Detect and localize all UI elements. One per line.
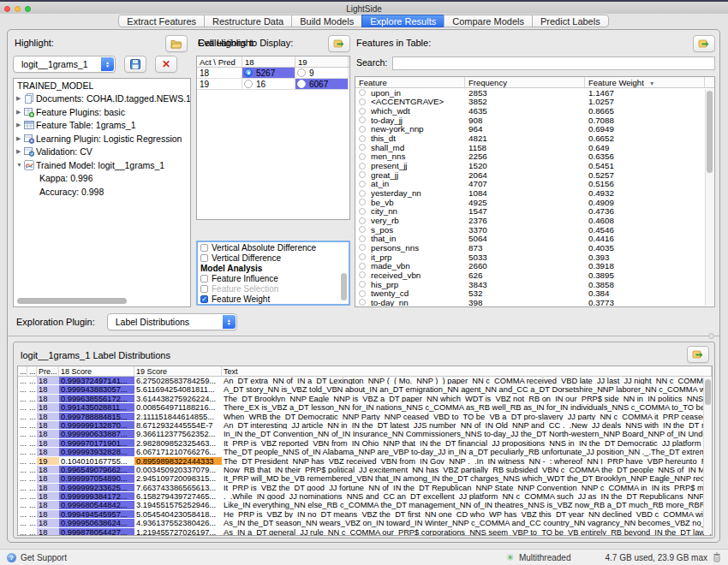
features-scrollbar-track[interactable] xyxy=(705,89,713,306)
column-header-feature[interactable]: Feature xyxy=(355,77,465,87)
feature-select-circle-icon[interactable] xyxy=(359,281,366,288)
radio-unselected-icon[interactable] xyxy=(297,68,306,77)
distribution-row[interactable]: ......180.999943883057...5.6116942540818… xyxy=(18,385,712,394)
tab-restructure-data[interactable]: Restructure Data xyxy=(204,15,292,27)
radio-unselected-icon[interactable] xyxy=(244,80,253,88)
feature-row[interactable]: be_vb49250.4909 xyxy=(355,198,714,207)
search-input[interactable] xyxy=(392,56,715,70)
distribution-row[interactable]: ......180.999638556172...3.6144382759262… xyxy=(18,395,712,403)
feature-select-circle-icon[interactable] xyxy=(359,126,366,133)
feature-select-circle-icon[interactable] xyxy=(359,263,366,270)
chevron-right-icon[interactable]: ▶ xyxy=(16,109,24,116)
tree-item[interactable]: ▶Documents: COHA.ID.tagged.NEWS.1 xyxy=(14,92,190,106)
tab-extract-features[interactable]: Extract Features xyxy=(118,15,205,27)
column-header-feature-weight[interactable]: Feature Weight▼ xyxy=(585,77,705,87)
matrix-cell-19-18[interactable]: 16 xyxy=(242,79,295,90)
tab-predict-labels[interactable]: Predict Labels xyxy=(532,15,609,27)
column-header-18-score[interactable]: 18 Score xyxy=(59,366,134,376)
feature-row[interactable]: received_vbn6260.3895 xyxy=(355,271,714,280)
feature-select-circle-icon[interactable] xyxy=(359,244,366,251)
checkbox-icon[interactable] xyxy=(200,275,208,282)
feature-select-circle-icon[interactable] xyxy=(359,144,366,151)
feature-row[interactable]: great_jj20640.5257 xyxy=(355,170,714,180)
feature-row[interactable]: his_prp38430.3858 xyxy=(355,280,714,289)
feature-select-circle-icon[interactable] xyxy=(359,98,366,105)
column-header-frequency[interactable]: Frequency xyxy=(465,77,585,87)
tree-item[interactable]: ▶Feature Plugins: basic xyxy=(14,105,190,119)
radio-selected-icon[interactable] xyxy=(244,68,253,77)
feature-row[interactable]: men_nns22560.6356 xyxy=(355,152,714,162)
feature-row[interactable]: this_dt48210.6652 xyxy=(355,134,714,143)
feature-row[interactable]: at_in47070.5156 xyxy=(355,180,714,189)
tree-item[interactable]: Accuracy: 0.998 xyxy=(14,185,190,199)
tree-item[interactable]: ▼Trained Model: logit__1grams_1 xyxy=(14,158,190,172)
feature-row[interactable]: very_rb23760.4608 xyxy=(355,216,714,225)
matrix-cell-19-19[interactable]: 6067 xyxy=(295,79,349,90)
export-distributions-button[interactable] xyxy=(687,346,709,363)
matrix-cell-18-18[interactable]: 5267 xyxy=(242,68,295,79)
splitter-grip-icon[interactable] xyxy=(708,333,714,339)
export-cell-highlight-button[interactable] xyxy=(328,35,350,52)
feature-select-circle-icon[interactable] xyxy=(359,217,366,224)
distribution-row[interactable]: ......180.999999132870...8.6712932445554… xyxy=(18,421,712,430)
exploration-plugin-select[interactable]: Label Distributions ▲▼ xyxy=(107,313,237,330)
distributions-scrollbar-thumb[interactable] xyxy=(705,379,711,405)
feature-row[interactable]: made_vbn26600.3918 xyxy=(355,261,714,271)
chevron-right-icon[interactable]: ▶ xyxy=(16,122,24,128)
distribution-row[interactable]: ......180.999494545957...5.0545404230584… xyxy=(18,510,712,519)
checkbox-icon[interactable] xyxy=(200,254,208,262)
feature-row[interactable]: <ACCENTGRAVE>38521.0257 xyxy=(355,98,714,107)
chevron-right-icon[interactable]: ▶ xyxy=(16,135,24,142)
save-model-button[interactable] xyxy=(124,56,146,73)
distribution-row[interactable]: ......180.999950638624...4.9361375523804… xyxy=(18,519,712,527)
distribution-row[interactable]: ......180.999372497141...6.2750285837842… xyxy=(18,377,712,385)
evaluation-item-feature-weight[interactable]: ✓Feature Weight xyxy=(198,294,349,304)
feature-row[interactable]: persons_nns8730.4035 xyxy=(355,243,714,253)
feature-select-circle-icon[interactable] xyxy=(359,226,366,233)
distribution-row[interactable]: ......180.999970171901...2.9828098523254… xyxy=(18,439,712,448)
feature-select-circle-icon[interactable] xyxy=(359,299,366,306)
feature-row[interactable]: s_pos33700.4546 xyxy=(355,225,714,235)
distribution-row[interactable]: ......180.996549079662...0.0034509203370… xyxy=(18,466,712,474)
feature-row[interactable]: it_prp50330.393 xyxy=(355,253,714,262)
column-header-dots2[interactable]: ... xyxy=(27,366,37,376)
garbage-collect-icon[interactable] xyxy=(713,552,721,562)
feature-select-circle-icon[interactable] xyxy=(359,290,366,297)
feature-select-circle-icon[interactable] xyxy=(359,108,366,115)
feature-select-circle-icon[interactable] xyxy=(359,208,366,215)
feature-select-circle-icon[interactable] xyxy=(359,135,366,142)
tab-explore-results[interactable]: Explore Results xyxy=(361,15,445,27)
chevron-right-icon[interactable]: ▶ xyxy=(16,148,24,155)
feature-select-circle-icon[interactable] xyxy=(359,271,366,278)
distribution-row[interactable]: ......180.999993932828...6.0671712107662… xyxy=(18,448,712,456)
tab-compare-models[interactable]: Compare Models xyxy=(444,15,533,27)
feature-row[interactable]: yesterday_nn10840.4932 xyxy=(355,188,714,198)
feature-select-circle-icon[interactable] xyxy=(359,153,366,160)
distribution-row[interactable]: ......180.999788884815...2.1111518446148… xyxy=(18,413,712,421)
tree-item[interactable]: TRAINED_MODEL xyxy=(14,79,190,92)
feature-select-circle-icon[interactable] xyxy=(359,116,366,123)
column-header-19-score[interactable]: 19 Score xyxy=(134,366,222,376)
feature-select-circle-icon[interactable] xyxy=(359,199,366,205)
feature-select-circle-icon[interactable] xyxy=(359,235,366,242)
feature-select-circle-icon[interactable] xyxy=(359,190,366,197)
column-header-dots1[interactable]: ... xyxy=(18,366,27,376)
evaluation-item-vertical-difference[interactable]: Vertical Difference xyxy=(198,253,349,263)
tab-build-models[interactable]: Build Models xyxy=(291,15,362,27)
feature-row[interactable]: shall_md11580.649 xyxy=(355,143,714,152)
feature-select-circle-icon[interactable] xyxy=(359,253,366,260)
column-header-prediction[interactable]: Pre... xyxy=(37,366,59,376)
distribution-row[interactable]: ......180.999990633887...9.3661123775623… xyxy=(18,430,712,438)
distribution-row[interactable]: ......190.104010167755...0.8959898322444… xyxy=(18,457,712,466)
delete-model-button[interactable]: ✕ xyxy=(155,56,177,73)
feature-select-circle-icon[interactable] xyxy=(359,89,366,96)
matrix-col-header-19[interactable]: 19 xyxy=(295,56,349,67)
matrix-col-header-18[interactable]: 18 xyxy=(242,56,295,67)
distribution-row[interactable]: ......180.999878054427...1.2194557270261… xyxy=(18,528,712,536)
feature-row[interactable]: twenty_cd5320.384 xyxy=(355,288,714,298)
distribution-row[interactable]: ......180.999680544842...3.1945515752529… xyxy=(18,501,712,509)
tree-item[interactable]: Kappa: 0.996 xyxy=(14,172,190,186)
matrix-cell-18-19[interactable]: 9 xyxy=(295,68,349,79)
evaluations-scrollbar[interactable] xyxy=(341,273,347,300)
features-scrollbar-thumb[interactable] xyxy=(707,91,713,173)
